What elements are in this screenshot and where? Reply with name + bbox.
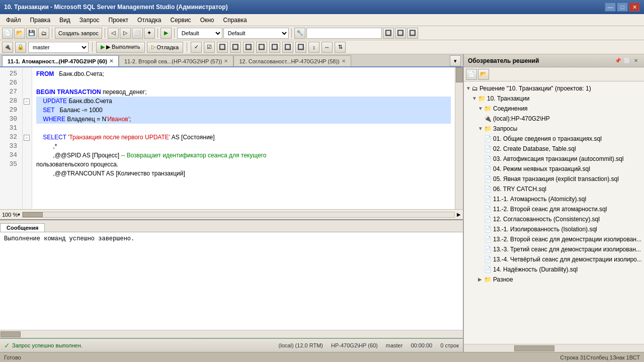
tb-btn2[interactable]: ▷ [120,28,131,39]
debug-button[interactable]: ▷ Отладка [147,42,183,53]
menu-query[interactable]: Запрос [75,16,104,25]
tb2-btn3[interactable]: ☑ [204,42,215,53]
dropdown-default2[interactable]: Default [223,28,289,39]
file-12[interactable]: 📄 12. Согласованность (Consistency).sql [464,214,644,224]
fold-32[interactable]: − [24,135,30,141]
file-05[interactable]: 📄 05. Явная транзакция (explicit transac… [464,174,644,184]
maximize-button[interactable]: □ [617,3,628,12]
minimize-button[interactable]: — [605,3,616,12]
hscroll-thumb[interactable] [23,212,43,217]
tb-icon2[interactable]: 🔲 [395,28,406,39]
tb2-btn8[interactable]: 🔲 [269,42,280,53]
new-btn[interactable]: 📄 [2,28,13,39]
file-02[interactable]: 📄 02. Create Database, Table.sql [464,144,644,154]
tb-btn4[interactable]: ✦ [144,28,155,39]
execute-button[interactable]: ▶ ▶ Выполнить [96,42,145,53]
tb2-btn10[interactable]: 🔲 [295,42,306,53]
menu-view[interactable]: Вид [55,16,74,25]
tb2-btn6[interactable]: 🔲 [243,42,254,53]
tb-btn1[interactable]: ◁ [108,28,119,39]
file-13-4[interactable]: 📄 13.-4. Четвёртый сеанс для демонстраци… [464,254,644,264]
menu-edit[interactable]: Правка [26,16,55,25]
menu-project[interactable]: Проект [105,16,133,25]
tb2-btn2[interactable]: 🔒 [15,42,26,53]
tab-1[interactable]: 11-1. Атомарност...(HP-470G2\HP (60) ✕ [2,55,119,66]
tb2-btn1[interactable]: 🔌 [2,42,13,53]
tab-2[interactable]: 11-2. Второй сеа...(HP-470G2\HP (57)) ✕ [119,55,234,66]
zoom-down-btn[interactable]: ▾ [18,212,20,217]
file-03[interactable]: 📄 03. Автофиксация транзакции (autocommi… [464,154,644,164]
tb2-btn13[interactable]: ⇅ [335,42,346,53]
db-select[interactable]: master [28,42,89,53]
editor-hscrollbar[interactable] [22,212,455,218]
connections-folder[interactable]: ▼ 📁 Соединения [464,104,644,114]
file-13-4-label: 13.-4. Четвёртый сеанс для демонстрации … [493,255,642,264]
file-11-1[interactable]: 📄 11.-1. Атомарность (Atomicity).sql [464,194,644,204]
project-arrow: ▼ [472,94,478,103]
hscroll-right-btn[interactable]: ▶ [457,212,461,217]
messages-tab[interactable]: Сообщения [0,223,45,232]
project-node[interactable]: ▼ 📁 10. Транзакции [464,94,644,104]
run-btn[interactable]: ▶ [160,28,172,39]
menu-service[interactable]: Сервис [167,16,195,25]
tb2-btn12[interactable]: ↔ [321,42,333,53]
tab-2-close[interactable]: ✕ [224,58,228,64]
tab-3[interactable]: 12. Согласованост...HP-470G2\HP (58)) ✕ [233,55,351,66]
file-04[interactable]: 📄 04. Режим неявных транзакций.sql [464,164,644,174]
solution-root[interactable]: ▼ 🗂 Решение "10. Транзакции" (проектов: … [464,83,644,94]
tb-icon3[interactable]: 🔲 [407,28,418,39]
message-hscrollbar[interactable] [0,330,463,338]
tb2-btn7[interactable]: 🔲 [256,42,267,53]
ln-27: 27 [3,87,19,97]
menu-file[interactable]: Файл [2,16,25,25]
solution-hscrollbar[interactable] [464,344,644,352]
tb2-btn5[interactable]: 🔲 [230,42,241,53]
editor-vscrollbar[interactable] [455,67,463,209]
file-13-1[interactable]: 📄 13.-1. Изолированность (Isolation).sql [464,224,644,234]
search-input[interactable] [306,28,382,39]
sep4 [174,28,175,38]
file-13-3[interactable]: 📄 13.-3. Третий сеанс для демонстрации и… [464,244,644,254]
file-14[interactable]: 📄 14. Надёжность (Durability).sql [464,264,644,275]
ln-31: 31 [3,124,19,133]
file-01[interactable]: 📄 01. Общие сведения о транзакциях.sql [464,134,644,144]
connection-item[interactable]: 🔌 (local):HP-470G2\HP [464,114,644,124]
solution-undock-btn[interactable]: ⬜ [623,57,631,65]
check-syntax-btn[interactable]: ✓ [191,42,202,53]
code-content[interactable]: FROM Банк.dbo.Счета; BEGIN TRANSACTION п… [32,67,455,209]
save-all-btn[interactable]: 🗂 [38,28,49,39]
file-13-2[interactable]: 📄 13.-2. Второй сеанс для демонстрации и… [464,234,644,244]
solution-close-btn[interactable]: ✕ [632,57,640,65]
menu-help[interactable]: Справка [219,16,251,25]
tb2-btn4[interactable]: 🔲 [217,42,228,53]
misc-folder[interactable]: ▶ 📁 Разное [464,275,644,285]
open-btn[interactable]: 📂 [14,28,25,39]
tab-1-label: 11-1. Атомарност...(HP-470G2\HP (60) [8,58,107,64]
ins-mode: ВСТ [629,354,640,360]
menu-window[interactable]: Окно [196,16,218,25]
tab-1-close[interactable]: ✕ [109,58,113,64]
tab-collapse-btn[interactable]: ▾ [450,55,461,66]
vscroll-thumb[interactable] [456,67,463,82]
tb-btn3[interactable]: ⬜ [132,28,143,39]
msg-hscroll-thumb[interactable] [1,331,21,337]
queries-folder[interactable]: ▼ 📁 Запросы [464,124,644,134]
tab-3-close[interactable]: ✕ [342,58,346,64]
file-06[interactable]: 📄 06. TRY CATCH.sql [464,184,644,194]
tb-end-btn[interactable]: 🔧 [294,28,305,39]
sol-toolbar-btn2[interactable]: 📂 [478,69,489,80]
editor-messages-area: 25 26 27 28 29 30 31 32 33 34 35 [0,67,463,338]
tb2-btn9[interactable]: 🔲 [282,42,293,53]
create-query-btn[interactable]: Создать запрос [55,28,102,39]
menu-debug[interactable]: Отладка [133,16,165,25]
dropdown-default1[interactable]: Default [177,28,222,39]
sol-toolbar-btn1[interactable]: 📄 [466,69,477,80]
fold-28[interactable]: − [24,99,30,105]
file-11-2[interactable]: 📄 11.-2. Второй сеанс для атомарности.sq… [464,204,644,214]
solution-pin-btn[interactable]: 📌 [614,57,622,65]
tb2-btn11[interactable]: ↕ [308,42,319,53]
tb-icon1[interactable]: 🔲 [383,28,394,39]
close-button[interactable]: ✕ [629,3,640,12]
save-btn[interactable]: 💾 [26,28,37,39]
sol-hscroll-thumb[interactable] [514,345,554,351]
